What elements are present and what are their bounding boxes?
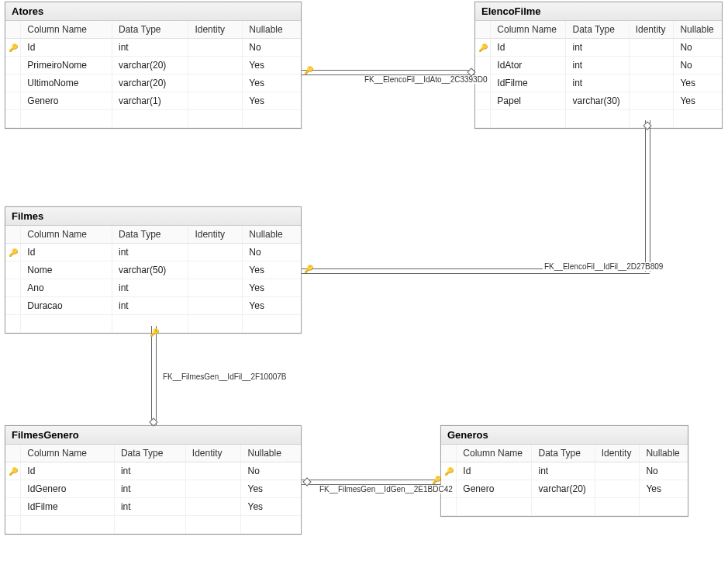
primary-key-icon: 🔑 (9, 467, 18, 476)
table-row[interactable]: 🔑IdintNo (5, 39, 301, 57)
header-data-type: Data Type (114, 445, 185, 462)
cell-empty (595, 498, 640, 516)
cell-identity (629, 74, 674, 92)
table-grid: Column Name Data Type Identity Nullable … (5, 226, 301, 333)
cell-empty (5, 516, 21, 534)
cell-name: Ano (21, 279, 112, 297)
table-row[interactable]: Generovarchar(1)Yes (5, 92, 301, 110)
table-elencofilme[interactable]: ElencoFilme Column Name Data Type Identi… (474, 2, 723, 129)
pk-cell (5, 480, 21, 498)
cell-type: varchar(30) (566, 92, 629, 110)
table-row[interactable]: Generovarchar(20)Yes (441, 480, 688, 498)
pk-cell (5, 57, 21, 74)
cell-empty (21, 315, 112, 333)
header-nullable: Nullable (674, 21, 722, 39)
cell-type: varchar(20) (532, 480, 595, 498)
cell-type: int (566, 57, 629, 74)
cell-identity (185, 480, 241, 498)
cell-name: Genero (457, 480, 532, 498)
table-title[interactable]: Filmes (5, 207, 301, 226)
cell-nullable: No (674, 57, 722, 74)
fk-label-elenco-filme: FK__ElencoFil__IdFil__2D27B809 (543, 262, 664, 271)
cell-identity (188, 297, 243, 315)
header-data-type: Data Type (532, 445, 595, 462)
cell-name: IdFilme (21, 498, 115, 516)
fk-label-elenco-ator: FK__ElencoFil__IdAto__2C3393D0 (363, 75, 488, 84)
table-header-row: Column Name Data Type Identity Nullable (5, 226, 301, 244)
cell-nullable: No (640, 462, 688, 480)
table-row[interactable]: 🔑IdintNo (475, 39, 722, 57)
cell-empty (243, 110, 301, 128)
header-column-name: Column Name (21, 226, 112, 244)
table-row[interactable]: UltimoNomevarchar(20)Yes (5, 74, 301, 92)
header-key (5, 445, 21, 462)
table-generos[interactable]: Generos Column Name Data Type Identity N… (440, 425, 688, 517)
header-data-type: Data Type (112, 21, 188, 39)
table-row[interactable]: PrimeiroNomevarchar(20)Yes (5, 57, 301, 74)
table-row[interactable]: 🔑IdintNo (5, 244, 301, 261)
table-row[interactable]: 🔑IdintNo (5, 462, 301, 480)
cell-name: IdAtor (491, 57, 566, 74)
cell-nullable: Yes (243, 279, 301, 297)
primary-key-icon: 🔑 (9, 248, 18, 257)
primary-key-icon: 🔑 (478, 43, 488, 52)
header-key (5, 21, 21, 39)
pk-cell: 🔑 (5, 244, 21, 261)
table-header-row: Column Name Data Type Identity Nullable (441, 445, 688, 462)
cell-identity (595, 462, 640, 480)
cell-type: int (114, 480, 185, 498)
cell-name: Nome (21, 261, 112, 279)
cell-empty (491, 110, 566, 128)
header-nullable: Nullable (243, 21, 301, 39)
pk-cell (5, 297, 21, 315)
table-row[interactable]: IdFilmeintYes (5, 498, 301, 516)
cell-type: int (532, 462, 595, 480)
cell-empty (188, 110, 243, 128)
cell-identity (629, 39, 674, 57)
table-row[interactable]: Papelvarchar(30)Yes (475, 92, 722, 110)
table-row[interactable]: IdFilmeintYes (475, 74, 722, 92)
table-grid: Column Name Data Type Identity Nullable … (475, 21, 722, 128)
table-row[interactable]: Nomevarchar(50)Yes (5, 261, 301, 279)
cell-type: int (112, 297, 188, 315)
table-row[interactable]: AnointYes (5, 279, 301, 297)
table-title[interactable]: Atores (5, 2, 301, 21)
cell-nullable: Yes (241, 498, 301, 516)
cell-empty (674, 110, 722, 128)
table-row-empty (5, 110, 301, 128)
cell-name: Genero (21, 92, 112, 110)
table-row[interactable]: IdAtorintNo (475, 57, 722, 74)
cell-name: Duracao (21, 297, 112, 315)
header-column-name: Column Name (491, 21, 566, 39)
cell-identity (188, 279, 243, 297)
table-title[interactable]: Generos (441, 426, 688, 445)
table-atores[interactable]: Atores Column Name Data Type Identity Nu… (5, 2, 302, 129)
table-filmes[interactable]: Filmes Column Name Data Type Identity Nu… (5, 206, 302, 334)
cell-empty (566, 110, 629, 128)
table-row[interactable]: 🔑IdintNo (441, 462, 688, 480)
cell-name: IdFilme (491, 74, 566, 92)
table-header-row: Column Name Data Type Identity Nullable (475, 21, 722, 39)
cell-name: Id (491, 39, 566, 57)
header-key (475, 21, 491, 39)
header-key (5, 226, 21, 244)
connector-line (151, 326, 152, 425)
cell-empty (5, 315, 21, 333)
table-row[interactable]: IdGenerointYes (5, 480, 301, 498)
table-grid: Column Name Data Type Identity Nullable … (441, 445, 688, 516)
cell-empty (640, 498, 688, 516)
table-filmesgenero[interactable]: FilmesGenero Column Name Data Type Ident… (5, 425, 302, 535)
table-title[interactable]: FilmesGenero (5, 426, 301, 445)
table-title[interactable]: ElencoFilme (475, 2, 722, 21)
fk-label-filmesgen-gen: FK__FilmesGen__IdGen__2E1BDC42 (318, 485, 454, 494)
table-row[interactable]: DuracaointYes (5, 297, 301, 315)
cell-identity (185, 498, 241, 516)
cell-identity (595, 480, 640, 498)
cell-type: int (114, 498, 185, 516)
pk-cell: 🔑 (5, 462, 21, 480)
cell-empty (21, 516, 115, 534)
pk-cell (475, 92, 491, 110)
cell-type: int (112, 39, 188, 57)
cell-name: Id (21, 462, 115, 480)
table-grid: Column Name Data Type Identity Nullable … (5, 445, 301, 534)
